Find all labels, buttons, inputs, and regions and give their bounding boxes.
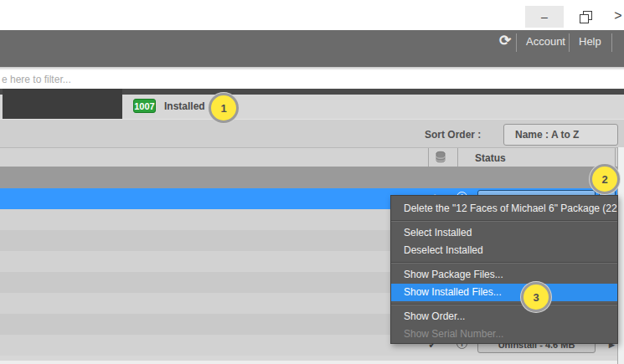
menu-item-select-installed[interactable]: Select Installed: [391, 224, 617, 242]
table-header: [0, 147, 624, 167]
menu-item-show-package-files[interactable]: Show Package Files...: [391, 266, 617, 284]
sort-order-dropdown[interactable]: Name : A to Z: [503, 124, 618, 146]
callout-marker-3: 3: [521, 282, 551, 312]
menu-item-show-order[interactable]: Show Order...: [391, 308, 617, 326]
database-icon: [434, 151, 447, 164]
menu-item-show-serial-number: Show Serial Number...: [391, 326, 617, 343]
menu-item-deselect-installed[interactable]: Deselect Installed: [391, 242, 617, 259]
refresh-button[interactable]: ⟳: [497, 33, 513, 49]
filter-bar: [0, 70, 624, 89]
app-window: – > ⟳ Account Help 1007 Installed Sort O…: [0, 0, 624, 364]
column-divider: [428, 148, 429, 167]
context-menu: Delete the "12 Faces of Michael 6" Packa…: [390, 195, 618, 344]
tab-installed-label[interactable]: Installed: [164, 100, 205, 112]
toolbar-divider: [569, 33, 570, 52]
menu-item-delete-package[interactable]: Delete the "12 Faces of Michael 6" Packa…: [391, 199, 617, 218]
filter-input[interactable]: [0, 70, 624, 89]
close-icon: >: [614, 8, 621, 23]
menu-item-show-installed-files[interactable]: Show Installed Files...: [391, 284, 617, 301]
installed-count-badge: 1007: [133, 99, 156, 113]
column-divider: [457, 148, 458, 167]
tab-previous[interactable]: [3, 89, 122, 119]
help-link[interactable]: Help: [579, 35, 601, 48]
callout-marker-1: 1: [209, 93, 239, 123]
close-button[interactable]: >: [612, 7, 624, 25]
status-column-header: Status: [475, 152, 506, 164]
menu-separator: [391, 262, 617, 264]
callout-marker-2: 2: [590, 164, 620, 194]
menu-separator: [391, 304, 617, 305]
sort-order-label: Sort Order :: [425, 129, 481, 141]
package-row[interactable]: [0, 167, 624, 188]
minimize-button[interactable]: –: [525, 6, 564, 28]
restore-button[interactable]: [580, 11, 592, 23]
toolbar-divider: [611, 33, 612, 52]
toolbar-divider: [516, 33, 517, 52]
column-divider: [615, 148, 616, 167]
account-link[interactable]: Account: [526, 35, 565, 48]
minimize-icon: –: [541, 10, 548, 23]
panel-bottom-edge: [0, 361, 624, 364]
menu-separator: [391, 220, 617, 222]
refresh-icon: ⟳: [499, 33, 511, 49]
